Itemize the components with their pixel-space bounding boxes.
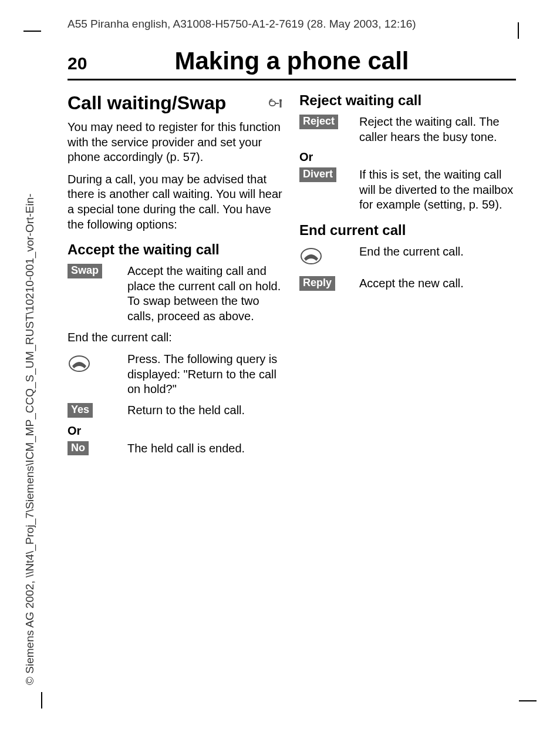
- crop-mark: [519, 700, 537, 701]
- columns: Call waiting/Swap You may need to regist…: [68, 92, 516, 462]
- softkey-cell: Yes: [68, 403, 120, 418]
- instruction-row: Reject Reject the waiting call. The call…: [299, 115, 516, 145]
- instruction-desc: Reject the waiting call. The caller hear…: [359, 115, 516, 145]
- instruction-desc: If this is set, the waiting call will be…: [359, 167, 516, 213]
- instruction-desc: End the current call.: [359, 244, 516, 260]
- right-column: Reject waiting call Reject Reject the wa…: [299, 92, 516, 462]
- paragraph: You may need to register for this functi…: [68, 120, 284, 165]
- page-content: 20 Making a phone call Call waiting/Swap…: [68, 47, 516, 691]
- instruction-desc: Return to the held call.: [127, 403, 284, 418]
- instruction-row: Press. The following query is displayed:…: [68, 352, 284, 397]
- instruction-row: Swap Accept the waiting call and place t…: [68, 264, 284, 324]
- header-info: A55 Piranha english, A31008-H5750-A1-2-7…: [68, 18, 416, 31]
- softkey-reply: Reply: [299, 276, 335, 291]
- instruction-row: No The held call is ended.: [68, 441, 284, 456]
- page-title: Making a phone call: [109, 47, 516, 75]
- softkey-cell: Divert: [299, 167, 352, 182]
- or-label: Or: [299, 150, 516, 164]
- svg-point-0: [269, 100, 275, 105]
- softkey-divert: Divert: [299, 167, 336, 182]
- left-column: Call waiting/Swap You may need to regist…: [68, 92, 284, 462]
- section-heading-call-waiting: Call waiting/Swap: [68, 92, 284, 114]
- end-call-icon: [68, 352, 120, 378]
- instruction-desc: Accept the new call.: [359, 276, 516, 291]
- instruction-row: Reply Accept the new call.: [299, 276, 516, 291]
- crop-mark: [23, 31, 41, 32]
- subheading-end-current: End current call: [299, 222, 516, 239]
- paragraph: End the current call:: [68, 330, 284, 345]
- instruction-row: End the current call.: [299, 244, 516, 270]
- softkey-reject: Reject: [299, 115, 338, 129]
- subheading-accept-waiting: Accept the waiting call: [68, 241, 284, 258]
- instruction-row: Yes Return to the held call.: [68, 403, 284, 418]
- instruction-desc: Accept the waiting call and place the cu…: [127, 264, 284, 324]
- heading-text: Call waiting/Swap: [68, 92, 226, 114]
- or-label: Or: [68, 424, 284, 438]
- page-number: 20: [68, 53, 109, 73]
- crop-mark: [518, 22, 519, 39]
- softkey-cell: No: [68, 441, 120, 456]
- softkey-cell: Swap: [68, 264, 120, 278]
- instruction-desc: The held call is ended.: [127, 441, 284, 456]
- instruction-row: Divert If this is set, the waiting call …: [299, 167, 516, 213]
- instruction-desc: Press. The following query is displayed:…: [127, 352, 284, 397]
- side-copyright: © Siemens AG 2002, \\Nt4\_Proj_7\Siemens…: [23, 193, 36, 685]
- softkey-cell: Reply: [299, 276, 352, 291]
- softkey-swap: Swap: [68, 264, 102, 278]
- softkey-yes: Yes: [68, 403, 93, 418]
- title-row: 20 Making a phone call: [68, 47, 516, 80]
- network-service-icon: [268, 97, 284, 110]
- paragraph: During a call, you may be advised that t…: [68, 172, 284, 232]
- softkey-cell: Reject: [299, 115, 352, 129]
- end-call-icon: [299, 244, 352, 270]
- crop-mark: [41, 692, 42, 709]
- subheading-reject-waiting: Reject waiting call: [299, 92, 516, 109]
- softkey-no: No: [68, 441, 89, 456]
